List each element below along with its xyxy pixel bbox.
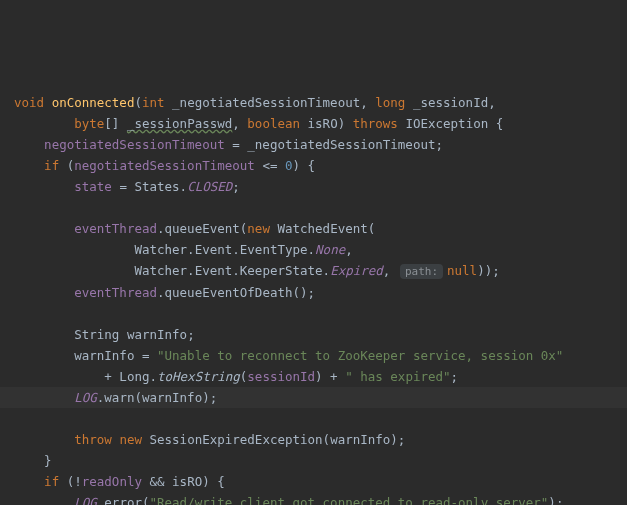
field: sessionId xyxy=(247,369,315,384)
enum-const: CLOSED xyxy=(187,179,232,194)
type-long: long xyxy=(375,95,405,110)
kw-if: if xyxy=(44,474,59,489)
method: error xyxy=(104,495,142,505)
string: "Unable to reconnect to ZooKeeper servic… xyxy=(157,348,563,363)
type-int: int xyxy=(142,95,165,110)
line: state = States.CLOSED; xyxy=(14,179,240,194)
method: warn xyxy=(104,390,134,405)
exception: IOException xyxy=(405,116,488,131)
line: warnInfo = "Unable to reconnect to ZooKe… xyxy=(14,348,563,363)
var: warnInfo xyxy=(142,390,202,405)
param-typo: _sessionPasswd xyxy=(127,116,232,131)
param: _negotiatedSessionTimeout xyxy=(172,95,360,110)
var: warnInfo xyxy=(330,432,390,447)
logger: LOG xyxy=(74,495,97,505)
param: isRO xyxy=(308,116,338,131)
class: Long xyxy=(119,369,149,384)
method: queueEvent xyxy=(165,221,240,236)
class: Event xyxy=(195,242,233,257)
class: SessionExpiredException xyxy=(150,432,323,447)
line: if (negotiatedSessionTimeout <= 0) { xyxy=(14,158,315,173)
line: } xyxy=(14,453,52,468)
line: eventThread.queueEvent(new WatchedEvent( xyxy=(14,221,375,236)
blank-line xyxy=(14,200,22,215)
method: queueEventOfDeath xyxy=(165,285,293,300)
number: 0 xyxy=(285,158,293,173)
var: _negotiatedSessionTimeout xyxy=(247,137,435,152)
type: String xyxy=(74,327,119,342)
op: <= xyxy=(262,158,277,173)
enum-const: None xyxy=(315,242,345,257)
type-byte: byte xyxy=(74,116,104,131)
kw-throw: throw xyxy=(74,432,112,447)
param: _sessionId xyxy=(413,95,488,110)
field: negotiatedSessionTimeout xyxy=(74,158,255,173)
field: negotiatedSessionTimeout xyxy=(44,137,225,152)
class: States xyxy=(134,179,179,194)
line: negotiatedSessionTimeout = _negotiatedSe… xyxy=(14,137,443,152)
line: Watcher.Event.KeeperState.Expired, path:… xyxy=(14,263,500,278)
kw-null: null xyxy=(447,263,477,278)
enum-const: Expired xyxy=(330,263,383,278)
code-view[interactable]: void onConnected(int _negotiatedSessionT… xyxy=(14,92,613,505)
logger: LOG xyxy=(74,390,97,405)
kw-new: new xyxy=(247,221,270,236)
param-hint: path: xyxy=(400,264,443,279)
kw-new: new xyxy=(119,432,142,447)
static-method: toHexString xyxy=(157,369,240,384)
type-bool: boolean xyxy=(247,116,300,131)
brackets: [] xyxy=(104,116,119,131)
string: " has expired" xyxy=(345,369,450,384)
field: state xyxy=(74,179,112,194)
kw-if: if xyxy=(44,158,59,173)
class: WatchedEvent xyxy=(277,221,367,236)
string: "Read/write client got connected to read… xyxy=(150,495,549,505)
line: throw new SessionExpiredException(warnIn… xyxy=(14,432,405,447)
var: warnInfo xyxy=(127,327,187,342)
line: if (!readOnly && isRO) { xyxy=(14,474,225,489)
class: Watcher xyxy=(134,242,187,257)
line: void onConnected(int _negotiatedSessionT… xyxy=(14,95,496,110)
field: eventThread xyxy=(74,221,157,236)
class: KeeperState xyxy=(240,263,323,278)
blank-line xyxy=(14,306,22,321)
class: EventType xyxy=(240,242,308,257)
class: Watcher xyxy=(134,263,187,278)
line: + Long.toHexString(sessionId) + " has ex… xyxy=(14,369,458,384)
field: readOnly xyxy=(82,474,142,489)
field: eventThread xyxy=(74,285,157,300)
line: byte[] _sessionPasswd, boolean isRO) thr… xyxy=(14,116,503,131)
line: eventThread.queueEventOfDeath(); xyxy=(14,285,315,300)
class: Event xyxy=(195,263,233,278)
kw-throws: throws xyxy=(353,116,398,131)
line: Watcher.Event.EventType.None, xyxy=(14,242,353,257)
kw-void: void xyxy=(14,95,44,110)
line: String warnInfo; xyxy=(14,327,195,342)
var: isRO xyxy=(172,474,202,489)
line: LOG.error("Read/write client got connect… xyxy=(14,495,563,505)
highlighted-line: LOG.warn(warnInfo); xyxy=(0,387,627,408)
var: warnInfo xyxy=(74,348,134,363)
method-name: onConnected xyxy=(52,95,135,110)
